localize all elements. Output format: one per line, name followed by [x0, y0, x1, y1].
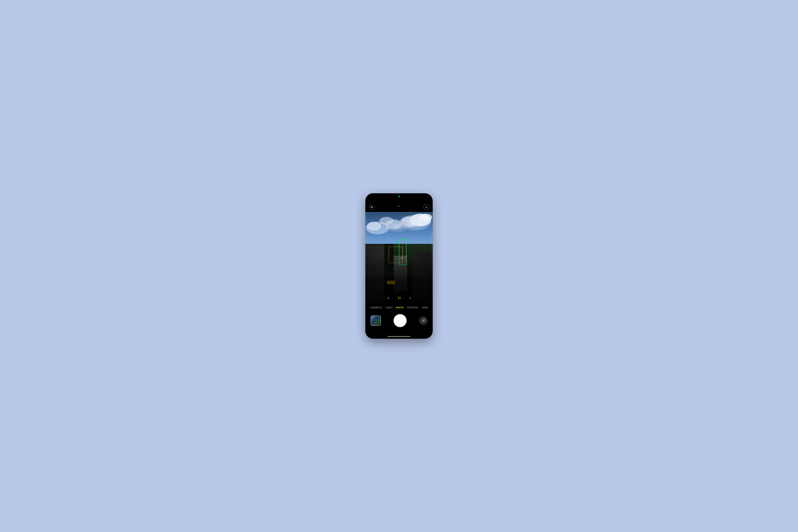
- zoom-3x-button[interactable]: 3: [408, 296, 413, 300]
- svg-point-6: [367, 222, 381, 230]
- mode-video[interactable]: VIDEO: [385, 306, 393, 309]
- chevron-up-icon[interactable]: ⌃: [398, 205, 400, 209]
- zoom-1x-button[interactable]: 1×: [396, 296, 403, 300]
- top-controls-bar: ⚡ ⌃ ◎: [365, 202, 433, 212]
- live-photo-icon: ◎: [425, 206, 427, 208]
- live-photo-button[interactable]: ◎: [423, 204, 429, 210]
- photo-thumbnail[interactable]: [370, 316, 381, 326]
- flip-camera-icon: ↺: [422, 319, 425, 323]
- status-bar: [365, 193, 433, 202]
- thumbnail-image: [371, 316, 381, 325]
- camera-viewfinder[interactable]: ✦: [365, 212, 433, 303]
- zoom-controls: .5 1× 3: [365, 293, 433, 302]
- mode-pano[interactable]: PANO: [422, 306, 428, 309]
- svg-point-7: [420, 214, 432, 221]
- flip-camera-button[interactable]: ↺: [419, 317, 428, 325]
- building-center: [394, 256, 407, 291]
- svg-point-8: [379, 217, 394, 225]
- yellow-truck: [387, 281, 395, 284]
- camera-active-dot: [398, 196, 400, 197]
- zoom-05-button[interactable]: .5: [385, 296, 391, 300]
- mode-portrait[interactable]: PORTRAIT: [407, 306, 419, 309]
- shutter-button[interactable]: [394, 314, 406, 327]
- mode-cinematic[interactable]: CINEMATIC: [370, 306, 382, 309]
- flash-off-icon: ⚡: [370, 206, 373, 208]
- home-indicator[interactable]: [387, 336, 411, 337]
- camera-scene: [365, 212, 433, 303]
- building-tower: [384, 244, 394, 273]
- mode-selector: CINEMATIC VIDEO PHOTO PORTRAIT PANO: [365, 304, 433, 311]
- bottom-controls: ↺: [365, 312, 433, 329]
- flash-button[interactable]: ⚡: [369, 204, 375, 210]
- mode-photo[interactable]: PHOTO: [396, 306, 404, 309]
- phone-frame: ⚡ ⌃ ◎: [365, 193, 433, 339]
